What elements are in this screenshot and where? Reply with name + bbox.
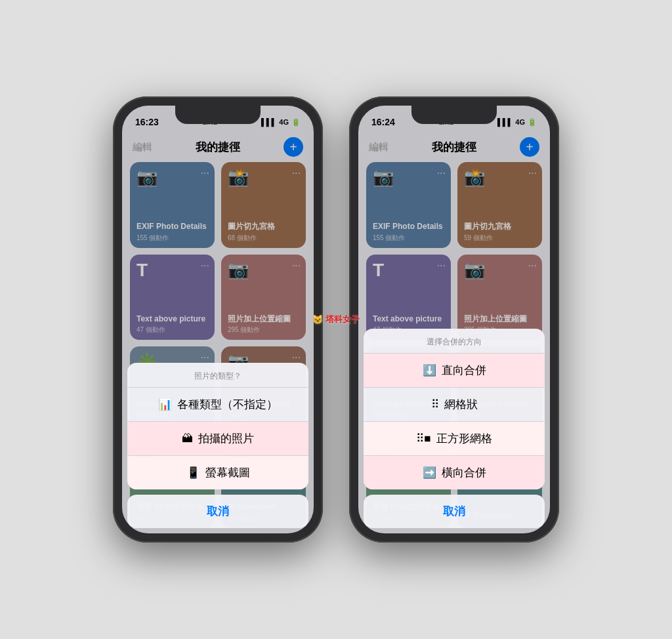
action-label-screenshot: 螢幕截圖	[205, 465, 250, 480]
action-label-all: 各種類型（不指定）	[177, 397, 278, 412]
scene: 🐱 塔科女子 16:23 LINE ▌▌▌ 4G 🔋 編輯 我的捷徑 +	[0, 0, 672, 639]
action-item-square[interactable]: ⠿■ 正方形網格	[364, 422, 545, 455]
phone-1: 16:23 LINE ▌▌▌ 4G 🔋 編輯 我的捷徑 + ··· 📷	[113, 96, 323, 543]
cancel-button-2[interactable]: 取消	[364, 495, 545, 528]
action-sheet-container-1: 照片的類型？ 📊 各種類型（不指定） 🏔 拍攝的照片 📱 螢幕截圖	[127, 363, 308, 489]
action-sheet-2: 選擇合併的方向 ⬇️ 直向合併 ⠿ 網格狀 ⠿■ 正方形網格	[358, 329, 550, 533]
phone-2: 16:24 LINE ▌▌▌ 4G 🔋 編輯 我的捷徑 + ··· 📷	[349, 96, 559, 543]
action-item-grid[interactable]: ⠿ 網格狀	[364, 388, 545, 421]
action-label-square: 正方形網格	[436, 431, 492, 446]
notch-2	[411, 106, 497, 124]
action-icon-horizontal: ➡️	[423, 466, 436, 480]
action-icon-vertical: ⬇️	[423, 363, 436, 377]
action-sheet-1: 照片的類型？ 📊 各種類型（不指定） 🏔 拍攝的照片 📱 螢幕截圖	[122, 363, 314, 533]
action-item-horizontal[interactable]: ➡️ 橫向合併	[364, 456, 545, 489]
action-icon-square: ⠿■	[416, 432, 430, 445]
cancel-button-1[interactable]: 取消	[127, 495, 308, 528]
watermark: 🐱 塔科女子	[312, 314, 360, 325]
action-label-vertical: 直向合併	[442, 363, 486, 378]
action-item-vertical[interactable]: ⬇️ 直向合併	[364, 354, 545, 387]
action-sheet-title-2: 選擇合併的方向	[364, 329, 545, 353]
action-item-photo[interactable]: 🏔 拍攝的照片	[127, 422, 308, 455]
action-item-all[interactable]: 📊 各種類型（不指定）	[127, 388, 308, 421]
action-sheet-container-2: 選擇合併的方向 ⬇️ 直向合併 ⠿ 網格狀 ⠿■ 正方形網格	[364, 329, 545, 489]
action-sheet-title-1: 照片的類型？	[127, 363, 308, 387]
action-icon-photo: 🏔	[182, 432, 193, 445]
action-icon-grid: ⠿	[431, 398, 439, 411]
notch-1	[175, 106, 261, 124]
action-icon-screenshot: 📱	[186, 466, 200, 480]
action-label-horizontal: 橫向合併	[442, 465, 486, 480]
action-item-screenshot[interactable]: 📱 螢幕截圖	[127, 456, 308, 489]
action-label-photo: 拍攝的照片	[198, 431, 254, 446]
action-label-grid: 網格狀	[444, 397, 478, 412]
action-icon-all: 📊	[158, 398, 172, 411]
